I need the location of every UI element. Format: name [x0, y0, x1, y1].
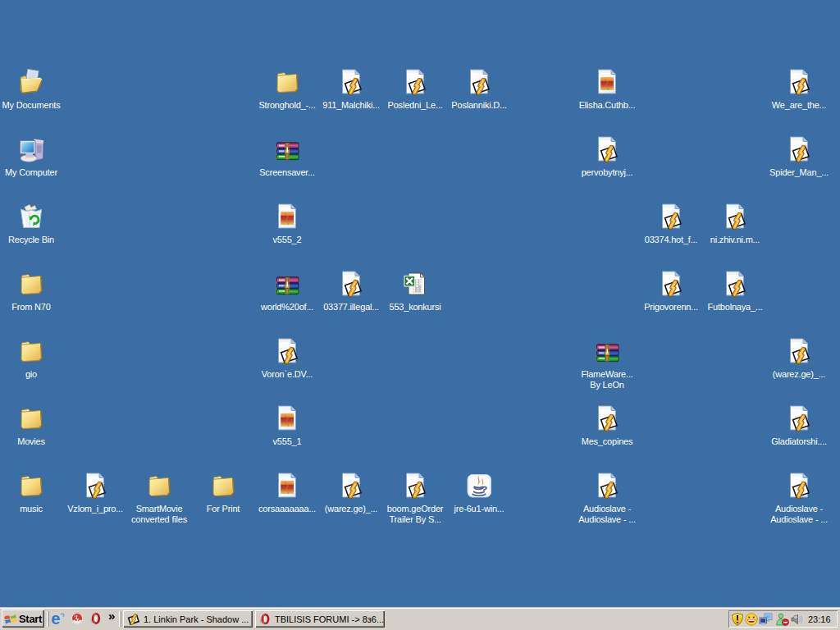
svg-text:e: e: [51, 612, 60, 627]
